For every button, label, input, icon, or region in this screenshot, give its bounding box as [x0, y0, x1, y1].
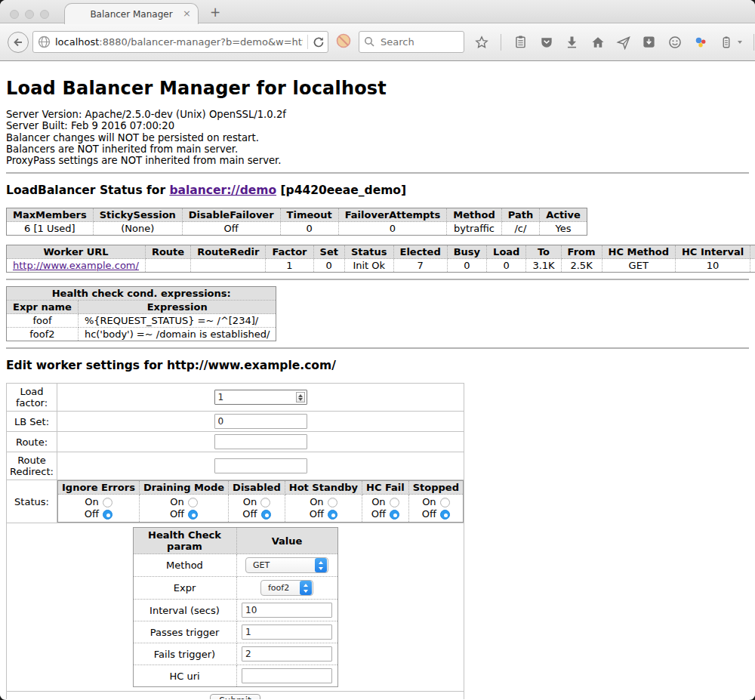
search-input[interactable] [379, 35, 455, 48]
tab-balancer-manager[interactable]: Balancer Manager × [64, 3, 199, 24]
hot-standby-radio-group: On Off [285, 495, 362, 523]
reload-icon[interactable] [313, 36, 325, 48]
zoom-window-button[interactable] [40, 10, 49, 19]
bookmark-star-icon[interactable] [473, 34, 489, 50]
load-factor-input[interactable] [214, 390, 307, 405]
colored-dots-extension-icon[interactable] [692, 34, 708, 50]
health-check-expressions-table: Health check cond. expressions: Expr nam… [6, 286, 276, 341]
extension-download-icon[interactable] [641, 34, 657, 50]
server-info: Server Version: Apache/2.5.0-dev (Unix) … [6, 109, 749, 166]
table-row: 6 [1 Used] (None) Off 0 0 bytraffic /c/ … [7, 222, 587, 236]
chevron-down-icon[interactable] [738, 41, 742, 44]
select-stepper-icon [300, 581, 312, 595]
status-row: Status: Ignore Errors Draining Mode Disa… [7, 480, 464, 523]
draining-mode-on-radio[interactable] [188, 498, 198, 507]
back-arrow-icon [12, 36, 24, 48]
reading-list-icon[interactable] [513, 34, 528, 50]
balancer-demo-link[interactable]: balancer://demo [169, 183, 276, 197]
hc-fail-radio-group: On Off [362, 495, 409, 523]
table-row: foof2 hc('body') =~ /domain is establish… [7, 328, 276, 341]
ignore-errors-on-radio[interactable] [103, 498, 112, 507]
close-window-button[interactable] [10, 10, 19, 19]
content-block-icon[interactable] [335, 32, 352, 52]
disabled-off-radio[interactable] [261, 510, 271, 520]
hc-uri-input[interactable] [242, 668, 332, 683]
downloads-icon[interactable] [564, 34, 580, 50]
worker-url-link[interactable]: http://www.example.com/ [13, 260, 139, 271]
toolbar-icons [473, 34, 755, 51]
hc-header-row: Health Check param Value [133, 528, 337, 554]
table-header-row: Worker URL Route RouteRedir Factor Set S… [7, 245, 755, 259]
tab-close-icon[interactable]: × [183, 8, 191, 18]
ignore-errors-radio-group: On Off [58, 495, 140, 523]
stopped-radio-group: On Off [408, 495, 463, 523]
hc-uri-label: HC uri [133, 665, 236, 687]
battery-extension-icon[interactable] [718, 34, 734, 50]
route-redirect-input[interactable] [214, 458, 307, 473]
health-check-row: Health Check param Value Method GET [7, 523, 464, 692]
window-controls [10, 10, 49, 19]
route-label: Route: [7, 432, 57, 452]
route-redirect-row: Route Redirect: [7, 452, 464, 480]
stopped-off-radio[interactable] [440, 510, 450, 520]
load-factor-row: Load factor: [7, 384, 464, 412]
hot-standby-on-radio[interactable] [328, 498, 337, 507]
submit-row: Submit [7, 692, 464, 699]
hc-expr-select[interactable]: foof2 [260, 580, 313, 596]
disabled-on-radio[interactable] [260, 498, 270, 507]
draining-mode-radio-group: On Off [139, 495, 228, 523]
minimize-window-button[interactable] [25, 10, 34, 19]
pocket-icon[interactable] [538, 34, 554, 50]
proxypass-notice-line: ProxyPass settings are NOT inherited fro… [6, 155, 749, 166]
back-button[interactable] [8, 32, 29, 53]
balancers-notice-line: Balancers are NOT inherited from main se… [6, 143, 749, 155]
hc-passes-input[interactable] [242, 624, 332, 640]
status-label: Status: [7, 480, 57, 523]
server-built-line: Server Built: Feb 9 2016 07:00:20 [6, 120, 749, 131]
lb-set-input[interactable] [214, 414, 307, 429]
route-input[interactable] [214, 434, 307, 449]
hc-interval-row: Interval (secs) [133, 600, 337, 621]
number-spinner-icon[interactable] [296, 392, 305, 402]
url-input[interactable]: localhost:8880/balancer-manager?b=demo&w… [55, 36, 303, 48]
ignore-errors-off-radio[interactable] [103, 510, 112, 520]
table-row: http://www.example.com/ 1 0 Init Ok 7 0 … [7, 259, 755, 273]
hc-expr-row: Expr foof2 [133, 577, 337, 600]
hc-expr-label: Expr [133, 577, 236, 600]
status-header-row: Ignore Errors Draining Mode Disabled Hot… [58, 481, 464, 495]
hc-fails-row: Fails trigger) [133, 643, 337, 665]
load-factor-stepper [214, 390, 307, 405]
urlbar-divider [307, 35, 308, 49]
page-content: Load Balancer Manager for localhost Serv… [0, 61, 755, 699]
hc-passes-row: Passes trigger [133, 621, 337, 643]
stopped-on-radio[interactable] [440, 498, 450, 507]
home-icon[interactable] [590, 34, 606, 50]
hc-interval-label: Interval (secs) [133, 600, 236, 621]
new-tab-button[interactable]: + [210, 6, 220, 19]
disabled-radio-group: On Off [229, 495, 285, 523]
loadbalancer-status-heading: LoadBalancer Status for balancer://demo … [6, 183, 749, 197]
health-check-param-table: Health Check param Value Method GET [133, 527, 338, 687]
search-icon [364, 36, 375, 48]
edit-worker-heading: Edit worker settings for http://www.exam… [6, 359, 749, 372]
hc-fails-input[interactable] [242, 646, 332, 661]
divider [6, 172, 749, 174]
hc-fail-off-radio[interactable] [390, 510, 399, 520]
server-version-line: Server Version: Apache/2.5.0-dev (Unix) … [6, 109, 749, 120]
url-bar[interactable]: localhost:8880/balancer-manager?b=demo&w… [32, 31, 328, 53]
hc-method-select[interactable]: GET [245, 557, 328, 573]
tab-title: Balancer Manager [90, 9, 172, 20]
persist-notice-line: Balancer changes will NOT be persisted o… [6, 132, 749, 143]
search-bar[interactable] [359, 31, 464, 53]
draining-mode-off-radio[interactable] [188, 510, 198, 520]
submit-button[interactable]: Submit [210, 694, 260, 699]
route-redirect-label: Route Redirect: [7, 452, 57, 480]
toolbar-divider [753, 34, 754, 51]
hc-fail-on-radio[interactable] [390, 498, 399, 507]
send-plane-icon[interactable] [615, 34, 631, 50]
load-factor-label: Load factor: [7, 384, 57, 412]
table-header-row: MaxMembers StickySession DisableFailover… [7, 208, 587, 222]
hc-interval-input[interactable] [242, 603, 332, 618]
hot-standby-off-radio[interactable] [328, 510, 337, 520]
chat-smiley-icon[interactable] [667, 34, 683, 50]
